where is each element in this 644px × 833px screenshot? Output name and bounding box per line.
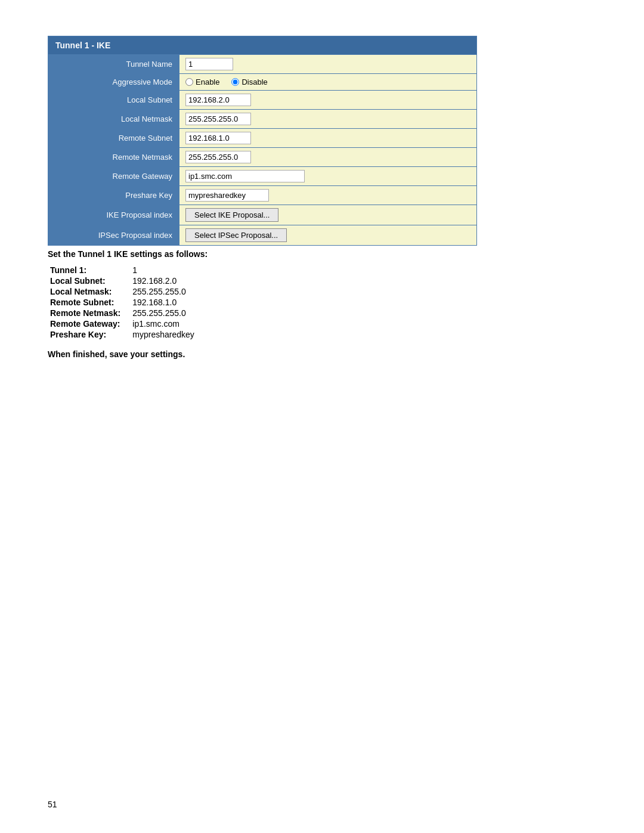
tunnel-name-row: Tunnel Name (48, 54, 476, 73)
item-value: 192.168.1.0 (130, 297, 197, 308)
tunnel-name-value (179, 55, 476, 73)
tunnel-name-label: Tunnel Name (48, 55, 179, 73)
instructions-footer: When finished, save your settings. (48, 349, 596, 359)
local-netmask-input[interactable] (185, 113, 251, 125)
ipsec-proposal-label: IPSec Proposal index (48, 225, 179, 245)
item-value: 192.168.2.0 (130, 275, 197, 286)
item-label: Remote Subnet: (48, 297, 130, 308)
local-subnet-row: Local Subnet (48, 90, 476, 109)
list-item: Remote Gateway: ip1.smc.com (48, 318, 197, 329)
ipsec-proposal-button[interactable]: Select IPSec Proposal... (185, 228, 287, 242)
ipsec-proposal-value: Select IPSec Proposal... (179, 225, 476, 245)
remote-subnet-row: Remote Subnet (48, 128, 476, 147)
ike-proposal-button[interactable]: Select IKE Proposal... (185, 208, 278, 222)
aggressive-mode-disable-radio[interactable] (231, 78, 239, 86)
remote-netmask-row: Remote Netmask (48, 147, 476, 166)
item-value: ip1.smc.com (130, 318, 197, 329)
ipsec-proposal-row: IPSec Proposal index Select IPSec Propos… (48, 225, 476, 245)
ike-proposal-label: IKE Proposal index (48, 205, 179, 225)
remote-gateway-row: Remote Gateway (48, 166, 476, 185)
aggressive-mode-radio-group: Enable Disable (185, 78, 268, 86)
instructions-heading: Set the Tunnel 1 IKE settings as follows… (48, 249, 596, 259)
local-subnet-label: Local Subnet (48, 91, 179, 109)
item-value: 1 (130, 265, 197, 275)
ike-proposal-row: IKE Proposal index Select IKE Proposal..… (48, 205, 476, 225)
aggressive-mode-label: Aggressive Mode (48, 74, 179, 90)
preshare-key-row: Preshare Key (48, 185, 476, 205)
remote-subnet-label: Remote Subnet (48, 129, 179, 147)
list-item: Remote Netmask: 255.255.255.0 (48, 308, 197, 318)
list-item: Local Subnet: 192.168.2.0 (48, 275, 197, 286)
local-netmask-value (179, 110, 476, 128)
item-value: 255.255.255.0 (130, 308, 197, 318)
list-item: Preshare Key: mypresharedkey (48, 329, 197, 340)
aggressive-mode-value: Enable Disable (179, 74, 476, 90)
aggressive-mode-enable-radio[interactable] (185, 78, 193, 86)
tunnel-ike-table: Tunnel 1 - IKE Tunnel Name Aggressive Mo… (48, 36, 477, 246)
aggressive-mode-disable-label[interactable]: Disable (231, 78, 267, 86)
list-item: Remote Subnet: 192.168.1.0 (48, 297, 197, 308)
item-value: 255.255.255.0 (130, 286, 197, 297)
aggressive-mode-row: Aggressive Mode Enable Disable (48, 73, 476, 90)
item-label: Local Subnet: (48, 275, 130, 286)
local-subnet-value (179, 91, 476, 109)
remote-subnet-value (179, 129, 476, 147)
remote-netmask-value (179, 148, 476, 166)
remote-netmask-label: Remote Netmask (48, 148, 179, 166)
item-label: Remote Gateway: (48, 318, 130, 329)
ike-proposal-value: Select IKE Proposal... (179, 205, 476, 225)
remote-subnet-input[interactable] (185, 132, 251, 144)
remote-gateway-value (179, 167, 476, 185)
preshare-key-label: Preshare Key (48, 186, 179, 205)
instructions-table: Tunnel 1: 1 Local Subnet: 192.168.2.0 Lo… (48, 265, 197, 340)
list-item: Tunnel 1: 1 (48, 265, 197, 275)
preshare-key-value (179, 186, 476, 205)
preshare-key-input[interactable] (185, 189, 269, 202)
remote-gateway-input[interactable] (185, 170, 305, 182)
instructions-section: Set the Tunnel 1 IKE settings as follows… (48, 249, 596, 359)
item-label: Tunnel 1: (48, 265, 130, 275)
item-label: Preshare Key: (48, 329, 130, 340)
local-netmask-row: Local Netmask (48, 109, 476, 128)
remote-gateway-label: Remote Gateway (48, 167, 179, 185)
item-label: Remote Netmask: (48, 308, 130, 318)
list-item: Local Netmask: 255.255.255.0 (48, 286, 197, 297)
remote-netmask-input[interactable] (185, 151, 251, 163)
tunnel-name-input[interactable] (185, 58, 233, 70)
aggressive-mode-enable-label[interactable]: Enable (185, 78, 219, 86)
item-label: Local Netmask: (48, 286, 130, 297)
local-netmask-label: Local Netmask (48, 110, 179, 128)
local-subnet-input[interactable] (185, 94, 251, 106)
item-value: mypresharedkey (130, 329, 197, 340)
tunnel-table-header: Tunnel 1 - IKE (48, 36, 476, 54)
